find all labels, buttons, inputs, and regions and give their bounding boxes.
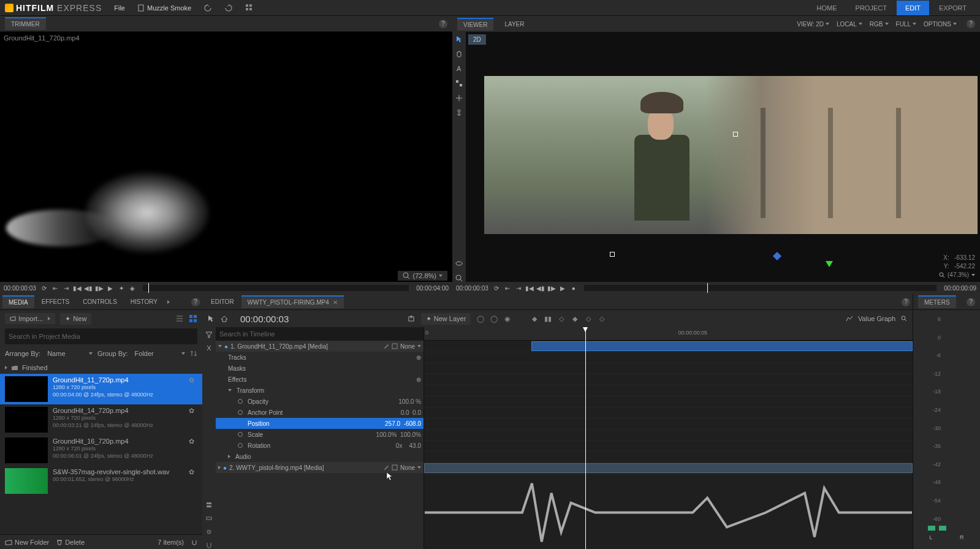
kf-bars-icon[interactable]: ▮▮ xyxy=(544,315,552,322)
move-tool-icon[interactable] xyxy=(455,94,463,102)
loop-icon[interactable]: ⟳ xyxy=(41,285,47,291)
kf-prev-icon[interactable]: ◇ xyxy=(558,315,565,322)
sort-icon[interactable] xyxy=(190,350,197,357)
media-item[interactable]: GroundHit_16_720p.mp4 1280 x 720 pixels … xyxy=(0,435,202,466)
layer-2-header[interactable]: ● 2. WWTY_pistol-firing.mp4 [Media] None xyxy=(216,462,424,473)
help-icon[interactable]: ? xyxy=(967,298,975,306)
transform-handle[interactable] xyxy=(733,132,738,137)
redo-icon[interactable] xyxy=(224,4,233,12)
export-icon[interactable] xyxy=(408,315,415,322)
axis-gizmo[interactable] xyxy=(826,261,833,267)
add-icon[interactable]: ⊕ xyxy=(416,354,421,361)
clip-layer-2[interactable] xyxy=(424,463,913,473)
hand-tool-icon[interactable] xyxy=(455,50,463,58)
new-button[interactable]: ✦ New xyxy=(60,313,91,325)
tab-export[interactable]: EXPORT xyxy=(930,1,975,15)
record-icon[interactable]: ● xyxy=(571,285,577,291)
layer-tab[interactable]: LAYER xyxy=(498,18,530,30)
blend-mode[interactable]: None xyxy=(400,464,415,471)
help-icon[interactable]: ? xyxy=(191,298,200,306)
loop-icon[interactable]: ⟳ xyxy=(493,285,499,291)
value-graph-toggle[interactable]: Value Graph xyxy=(846,315,908,322)
step-fwd-icon[interactable]: ▮▶ xyxy=(96,285,102,291)
prop-rotation[interactable]: Rotation0x 43.0 xyxy=(216,440,424,451)
mark-icon[interactable]: ◈ xyxy=(129,285,135,291)
new-layer-button[interactable]: ✦New Layer xyxy=(421,313,471,325)
grid-icon[interactable] xyxy=(245,4,254,12)
magnet-icon[interactable] xyxy=(205,542,213,549)
new-folder-button[interactable]: New Folder xyxy=(5,539,49,546)
clip-layer-1[interactable] xyxy=(531,341,913,351)
layer-audio[interactable]: Audio xyxy=(216,451,424,462)
in-icon[interactable]: ⇤ xyxy=(52,285,58,291)
viewer-viewport[interactable]: 2D X: xyxy=(466,32,980,282)
file-menu[interactable]: File xyxy=(114,4,125,12)
viewer-tab[interactable]: VIEWER xyxy=(457,18,493,31)
timeline-timecode[interactable]: 00:00:00:03 xyxy=(240,314,289,324)
document-tab[interactable]: Muzzle Smoke xyxy=(137,4,191,12)
track-row-2[interactable] xyxy=(424,463,913,474)
thumb-view-icon[interactable] xyxy=(189,314,197,323)
layers-icon[interactable] xyxy=(205,501,213,509)
group-dropdown[interactable]: Group By: Folder xyxy=(97,350,185,357)
close-icon[interactable]: ✕ xyxy=(333,299,338,306)
gear-icon[interactable] xyxy=(205,528,213,536)
import-button[interactable]: Import... xyxy=(5,313,55,324)
kf-diamond-icon[interactable]: ◆ xyxy=(531,315,538,322)
gear-icon[interactable]: ✿ xyxy=(189,407,197,415)
track-icon[interactable] xyxy=(205,515,213,522)
tab-history[interactable]: HISTORY xyxy=(124,296,164,308)
gear-icon[interactable]: ✿ xyxy=(189,437,197,446)
delete-button[interactable]: Delete xyxy=(56,539,85,546)
out-icon[interactable]: ⇥ xyxy=(515,285,522,291)
media-item[interactable]: GroundHit_11_720p.mp4 1280 x 720 pixels … xyxy=(0,374,202,404)
timeline-ruler[interactable]: 0 00:00:00:05 xyxy=(424,327,913,341)
folder-row[interactable]: Finished xyxy=(0,362,202,374)
undo-icon[interactable] xyxy=(203,4,212,12)
trimmer-timeline-mini[interactable] xyxy=(143,285,409,291)
tab-controls[interactable]: CONTROLS xyxy=(77,296,123,308)
blend-mode[interactable]: None xyxy=(400,343,415,350)
arrange-dropdown[interactable]: Arrange By: Name xyxy=(5,350,93,357)
pencil-icon[interactable] xyxy=(383,343,389,349)
transform-handle[interactable] xyxy=(610,252,615,257)
layer-1-header[interactable]: ● 1. GroundHit_11_720p.mp4 [Media] None xyxy=(216,341,424,352)
magnet-icon[interactable] xyxy=(191,539,197,545)
help-icon[interactable]: ? xyxy=(439,20,447,28)
track-row-1[interactable] xyxy=(424,341,913,352)
layer-tracks[interactable]: Tracks⊕ xyxy=(216,352,424,363)
more-tabs-icon[interactable] xyxy=(167,300,170,304)
filter-icon[interactable] xyxy=(205,331,213,338)
media-item[interactable]: S&W-357mag-revolver-single-shot.wav 00:0… xyxy=(0,466,202,496)
trimmer-viewport[interactable]: GroundHit_11_720p.mp4 (72.8%) xyxy=(0,32,452,282)
space-dropdown[interactable]: LOCAL xyxy=(837,21,862,28)
kf-circle-icon[interactable]: ◯ xyxy=(490,315,498,322)
select-tool-icon[interactable] xyxy=(207,315,215,322)
view-mode-dropdown[interactable]: VIEW: 2D xyxy=(797,21,829,28)
fx-icon[interactable] xyxy=(392,343,398,349)
kf-circle-icon[interactable]: ◯ xyxy=(477,315,484,322)
editor-tab[interactable]: EDITOR xyxy=(205,296,240,308)
view-2d-tab[interactable]: 2D xyxy=(468,34,486,45)
options-dropdown[interactable]: OPTIONS xyxy=(924,21,957,28)
prop-opacity[interactable]: Opacity100.0 % xyxy=(216,396,424,407)
mask-tool-icon[interactable] xyxy=(455,80,463,87)
help-icon[interactable]: ? xyxy=(902,298,910,306)
out-icon[interactable]: ⇥ xyxy=(63,285,69,291)
gear-icon[interactable]: ✿ xyxy=(189,468,197,477)
meters-tab[interactable]: METERS xyxy=(918,295,956,308)
viewer-timeline-mini[interactable] xyxy=(584,285,936,291)
select-tool-icon[interactable] xyxy=(455,36,463,43)
tab-effects[interactable]: EFFECTS xyxy=(36,296,76,308)
help-icon[interactable]: ? xyxy=(967,20,975,28)
quality-dropdown[interactable]: FULL xyxy=(896,21,916,28)
anchor-tool-icon[interactable] xyxy=(455,109,463,116)
prev-icon[interactable]: ▮◀ xyxy=(526,285,533,291)
prop-scale[interactable]: Scale100.0% 100.0% xyxy=(216,429,424,440)
step-back-icon[interactable]: ◀▮ xyxy=(537,285,544,291)
kf-next-icon[interactable]: ◇ xyxy=(585,315,592,322)
trimmer-tab[interactable]: TRIMMER xyxy=(5,17,46,30)
kf-end-icon[interactable]: ◇ xyxy=(598,315,606,322)
step-back-icon[interactable]: ◀▮ xyxy=(85,285,91,291)
layer-effects[interactable]: Effects⊕ xyxy=(216,374,424,385)
